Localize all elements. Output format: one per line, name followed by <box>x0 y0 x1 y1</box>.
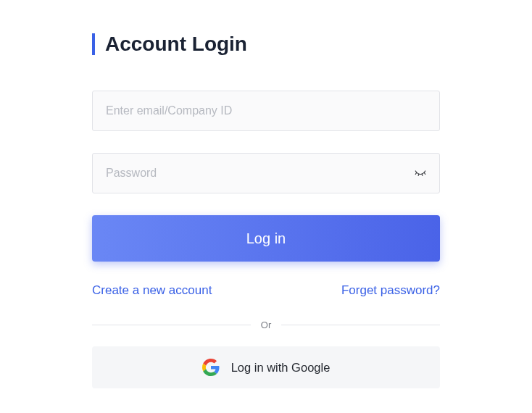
create-account-link[interactable]: Create a new account <box>92 283 212 298</box>
page-title: Account Login <box>105 33 247 56</box>
divider-line-right <box>281 325 440 325</box>
eye-closed-icon[interactable] <box>414 167 427 180</box>
google-icon <box>202 359 220 376</box>
svg-line-1 <box>418 174 419 175</box>
email-field[interactable] <box>92 91 440 131</box>
links-row: Create a new account Forget password? <box>92 283 440 298</box>
login-button[interactable]: Log in <box>92 215 440 262</box>
divider-text: Or <box>251 320 281 330</box>
google-button-label: Log in with Google <box>231 361 331 375</box>
svg-line-2 <box>422 174 423 175</box>
google-login-button[interactable]: Log in with Google <box>92 346 440 388</box>
divider: Or <box>92 320 440 330</box>
login-form: Account Login Log in Create a new accoun… <box>92 0 440 388</box>
title-wrap: Account Login <box>92 33 440 56</box>
svg-line-0 <box>415 172 417 174</box>
forget-password-link[interactable]: Forget password? <box>341 283 440 298</box>
title-accent-bar <box>92 33 95 55</box>
svg-line-3 <box>424 172 425 174</box>
password-wrap <box>92 153 440 193</box>
divider-line-left <box>92 325 251 325</box>
password-field[interactable] <box>92 153 440 193</box>
